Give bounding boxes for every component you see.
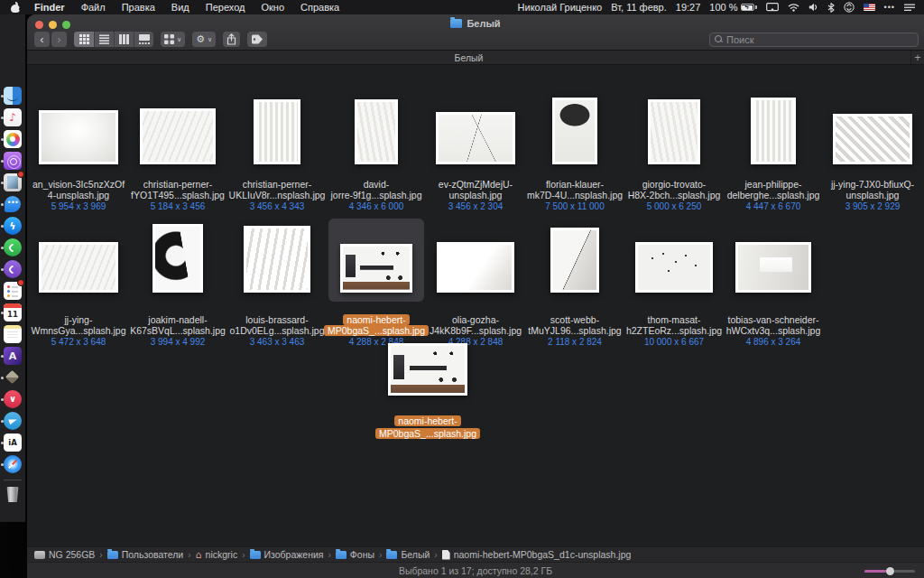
dock-reminders[interactable] [4,282,22,300]
path-item-label: nickgric [206,549,238,560]
battery-status[interactable]: 100 % [709,2,756,13]
dock-messenger[interactable]: ϟ [4,217,22,235]
dock: ♪•••ϟ11A∨iA [0,14,25,522]
path-item-2[interactable]: Пользователи [107,549,184,560]
path-item-label: Фоны [350,549,374,560]
file-item[interactable]: jj-ying-WmnsGya...splash.jpg5 472 x 3 64… [29,219,128,347]
dock-photos[interactable] [4,130,22,148]
path-item-7[interactable]: naomi-hebert-MP0bgaS_d1c-unsplash.jpg [442,549,632,560]
slider-knob[interactable] [886,567,894,575]
menu-item-7[interactable]: Справка [292,0,347,14]
icon-size-slider[interactable] [864,570,915,573]
menu-item-2[interactable]: Файл [73,0,114,14]
menu-user-name[interactable]: Николай Гриценко [518,2,603,13]
file-item[interactable]: jj-ying-7JX0-bfiuxQ-unsplash.jpg3 905 x … [823,90,922,211]
dock-pocket[interactable]: ∨ [4,390,22,408]
dock-ia-writer[interactable]: iA [4,434,22,452]
file-item[interactable]: tobias-van-schneider-hWCxtv3q...splash.j… [724,219,823,347]
path-item-4[interactable]: Изображения [250,549,324,560]
dock-affinity-photo[interactable]: A [4,347,22,365]
menu-item-3[interactable]: Правка [114,0,163,14]
dock-trash[interactable] [4,487,22,503]
path-item-5[interactable]: Фоны [336,549,374,560]
menu-date[interactable]: Вт, 11 февр. [611,2,667,13]
path-item-label: NG 256GB [49,549,95,560]
tag-button[interactable] [247,32,267,47]
file-item[interactable]: joakim-nadell-K67sBVqL...splash.jpg3 994… [128,219,227,347]
file-name-line2: WmnsGya...splash.jpg [31,325,125,336]
new-tab-button[interactable]: + [910,51,924,64]
input-language-flag-icon[interactable] [864,4,875,11]
file-name-line2: h2ZTEoRz...splash.jpg [626,325,722,336]
file-name-line1: louis-brassard- [245,314,308,325]
file-item[interactable]: olia-gozha-J4kK8b9F...splash.jpg4 288 x … [426,219,525,347]
dock-podcasts[interactable] [4,152,22,170]
file-item[interactable]: ev-zQtmZjMdejU-unsplash.jpg3 456 x 2 304 [426,90,525,211]
dock-viber[interactable] [4,260,22,278]
shazam-icon[interactable] [844,2,855,13]
tab-белый[interactable]: Белый [27,51,910,64]
file-item[interactable]: giorgio-trovato-H8X-2bch...splash.jpg5 0… [624,90,724,211]
bluetooth-icon[interactable] [827,3,835,13]
dock-messages[interactable]: ••• [4,195,22,213]
file-item[interactable]: an_vision-3Ic5nzXzOf4-unsplash.jpg5 954 … [29,90,128,211]
group-by-button[interactable]: ∨ [161,32,185,47]
pleats-art [753,100,793,162]
file-item[interactable]: jean-philippe-delberghe...splash.jpg4 44… [724,90,823,211]
file-item[interactable]: christian-perner-UKLIuV8r...nsplash.jpg3… [227,90,327,211]
folder-icon [107,551,118,559]
back-button[interactable]: ‹ [34,32,50,47]
list-view-button[interactable] [94,32,114,47]
gallery-view-button[interactable] [134,32,153,47]
file-item-selected[interactable]: naomi-hebert-MP0bgaS_...splash.jpg4 288 … [327,219,426,347]
file-name-line2: unsplash.jpg [449,190,503,200]
file-thumbnail [833,114,912,164]
dock-mail[interactable] [4,173,22,191]
path-item-6[interactable]: Белый [386,549,430,560]
path-separator-icon: › [188,550,190,560]
menu-item-5[interactable]: Переход [198,0,254,14]
file-item[interactable]: david-jorre-9f1g...splash.jpg4 346 x 6 0… [327,90,426,211]
chevron-down-icon: ∨ [208,36,212,42]
search-field[interactable] [709,33,919,47]
dock-calendar[interactable]: 11 [4,303,22,322]
action-gear-button[interactable]: ⚙ ∨ [192,32,216,47]
volume-icon[interactable] [808,3,818,12]
dock-finder[interactable] [4,87,22,105]
share-button[interactable] [223,32,240,47]
wifi-icon[interactable] [788,3,799,12]
display-mirroring-icon[interactable] [766,3,779,12]
chevron-down-icon: ∨ [177,36,181,42]
menu-time[interactable]: 19:27 [676,2,701,13]
notification-center-icon[interactable] [904,4,915,12]
file-item[interactable]: florian-klauer-mk7D-4U...nsplash.jpg7 50… [525,90,624,211]
path-item-3[interactable]: nickgric [196,549,238,560]
apple-menu-icon[interactable] [11,2,21,13]
icon-view-button[interactable] [74,32,94,47]
search-input[interactable] [726,34,913,45]
file-name: joakim-nadell-K67sBVqL...splash.jpg [130,314,226,336]
dock-music[interactable]: ♪ [4,108,22,126]
file-item[interactable]: louis-brassard-o1Dv0ELg...splash.jpg3 46… [227,219,327,347]
path-item-1[interactable]: NG 256GB [34,549,95,560]
dock-safari[interactable] [4,455,22,473]
dock-whatsapp[interactable] [4,238,22,256]
file-dimensions: 2 118 x 2 824 [548,337,602,347]
calendar-glyph: 11 [7,310,18,319]
dock-cube-app[interactable] [4,368,22,387]
forward-button[interactable]: › [51,32,67,47]
file-item[interactable]: thom-masat-h2ZTEoRz...splash.jpg10 000 x… [624,219,724,347]
dock-notes[interactable] [4,325,22,343]
menu-item-1[interactable]: Finder [26,0,73,14]
menu-item-6[interactable]: Окно [253,0,292,14]
title-bar[interactable]: Белый ‹ › [27,14,924,51]
column-view-button[interactable] [114,32,134,47]
dock-telegram[interactable] [4,412,22,430]
file-name-line2: 4-unsplash.jpg [48,190,109,200]
more-icon[interactable]: ••• [884,3,895,12]
path-separator-icon: › [99,550,102,560]
file-item[interactable]: scott-webb-tMuYJL96...splash.jpg2 118 x … [525,219,624,347]
window-title: Белый [467,18,500,29]
menu-item-4[interactable]: Вид [163,0,198,14]
file-item[interactable]: christian-perner-fYO1T495...splash.jpg5 … [128,90,227,211]
